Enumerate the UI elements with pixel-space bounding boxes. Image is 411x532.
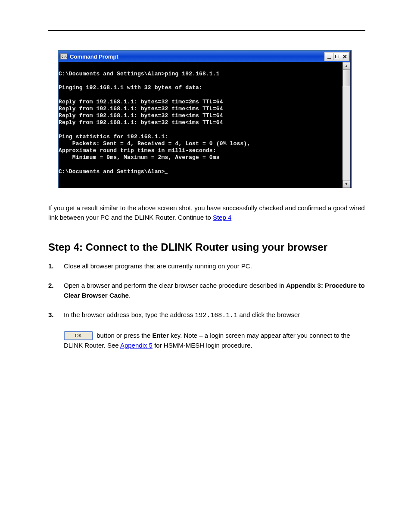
maximize-icon bbox=[335, 55, 339, 58]
scroll-down-arrow-icon[interactable]: ▼ bbox=[342, 180, 350, 188]
command-prompt-window: C:\ Command Prompt ✕ C:\Documents and Se… bbox=[58, 50, 352, 188]
window-controls: ✕ bbox=[324, 52, 349, 61]
step-1-number: 1. bbox=[48, 261, 64, 271]
scroll-thumb[interactable] bbox=[342, 70, 350, 86]
step-3: 3. In the browser address box, type the … bbox=[48, 310, 365, 320]
paragraph-result-explanation: If you get a result similar to the above… bbox=[48, 203, 365, 222]
step-3-address: 192.168.1.1 bbox=[195, 312, 237, 319]
step-2-text-c: . bbox=[129, 292, 131, 299]
heading-step4: Step 4: Connect to the DLINK Router usin… bbox=[48, 241, 365, 253]
scroll-up-arrow-icon[interactable]: ▲ bbox=[342, 62, 350, 70]
step-4-text-c: for HSMM-MESH login procedure. bbox=[153, 342, 252, 349]
step-3-number: 3. bbox=[48, 310, 64, 320]
page-top-rule bbox=[48, 30, 365, 31]
maximize-button[interactable] bbox=[333, 53, 341, 60]
step-3-text-b: and click the browser bbox=[237, 311, 300, 318]
para1-lead: If you get a result similar to the above… bbox=[48, 204, 365, 221]
vertical-scrollbar[interactable]: ▲ ▼ bbox=[342, 62, 350, 188]
console-text: C:\Documents and Settings\Alan>ping 192.… bbox=[59, 71, 250, 175]
link-step4[interactable]: Step 4 bbox=[213, 214, 231, 221]
step-3-body: In the browser address box, type the add… bbox=[64, 310, 365, 320]
enter-key-label: Enter bbox=[152, 332, 168, 339]
step-1-body: Close all browser programs that are curr… bbox=[64, 261, 365, 271]
close-icon: ✕ bbox=[342, 54, 347, 59]
cursor bbox=[165, 173, 168, 174]
step-list: 1. Close all browser programs that are c… bbox=[48, 261, 365, 351]
step-2-body: Open a browser and perform the clear bro… bbox=[64, 280, 365, 301]
step-4-number bbox=[48, 330, 64, 351]
step-4-body: OK button or press the Enter key. Note –… bbox=[64, 330, 365, 351]
minimize-button[interactable] bbox=[325, 53, 333, 60]
ok-button[interactable]: OK bbox=[64, 331, 93, 340]
step-4-text-a: button or press the bbox=[95, 332, 152, 339]
step-2-text-a: Open a browser and perform the clear bro… bbox=[64, 282, 286, 289]
step-2-number: 2. bbox=[48, 280, 64, 301]
step-4: OK button or press the Enter key. Note –… bbox=[48, 330, 365, 351]
window-title: Command Prompt bbox=[70, 53, 118, 60]
step-1: 1. Close all browser programs that are c… bbox=[48, 261, 365, 271]
app-icon: C:\ bbox=[60, 53, 67, 59]
console-output[interactable]: C:\Documents and Settings\Alan>ping 192.… bbox=[59, 62, 342, 188]
minimize-icon bbox=[327, 58, 331, 59]
step-3-text-a: In the browser address box, type the add… bbox=[64, 311, 195, 318]
titlebar[interactable]: C:\ Command Prompt ✕ bbox=[59, 51, 350, 62]
link-appendix5[interactable]: Appendix 5 bbox=[120, 342, 153, 349]
step-2: 2. Open a browser and perform the clear … bbox=[48, 280, 365, 301]
close-button[interactable]: ✕ bbox=[341, 53, 349, 60]
